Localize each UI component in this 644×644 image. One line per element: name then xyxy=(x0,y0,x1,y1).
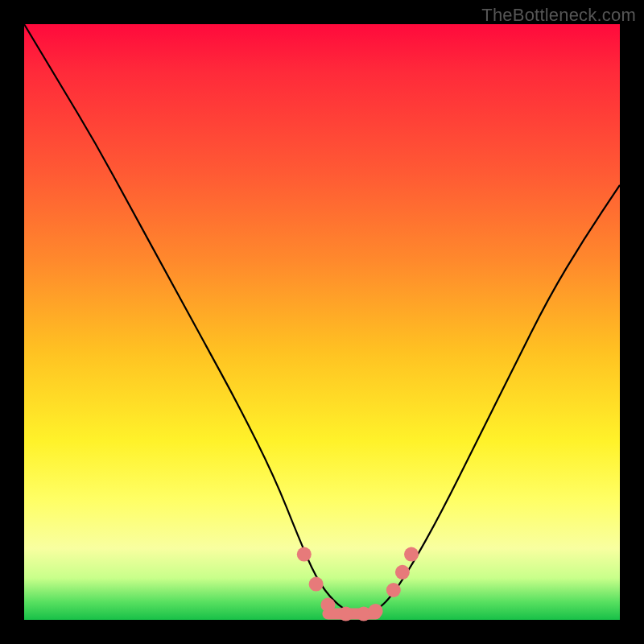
curve-marker xyxy=(339,607,353,621)
curve-svg xyxy=(24,24,620,620)
watermark-text: TheBottleneck.com xyxy=(481,5,636,26)
chart-frame: TheBottleneck.com xyxy=(0,0,644,644)
curve-marker xyxy=(386,583,401,597)
curve-marker xyxy=(369,604,383,618)
curve-marker xyxy=(320,598,335,613)
curve-marker xyxy=(404,547,419,562)
curve-marker xyxy=(309,577,324,592)
curve-marker xyxy=(395,565,410,580)
curve-marker xyxy=(297,547,312,562)
bottleneck-curve xyxy=(24,24,620,614)
